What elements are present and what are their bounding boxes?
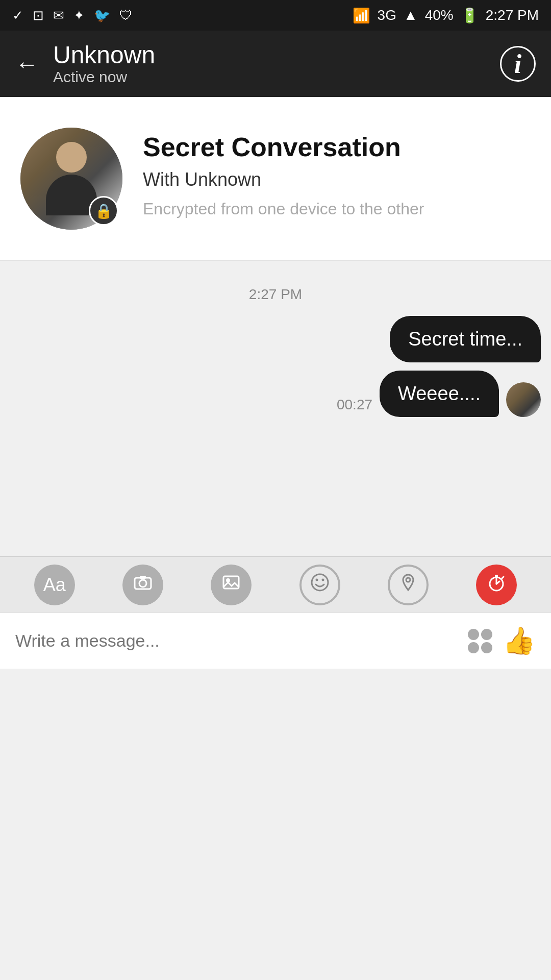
twitter-icon: 🐦 xyxy=(94,8,110,23)
info-button[interactable]: i xyxy=(500,46,536,82)
secret-text-block: Secret Conversation With Unknown Encrypt… xyxy=(143,128,424,220)
status-bar-right: 📶 3G ▲ 40% 🔋 2:27 PM xyxy=(353,7,539,24)
secret-subtitle: With Unknown xyxy=(143,169,424,190)
checkmark-icon: ✓ xyxy=(12,8,23,23)
svg-point-1 xyxy=(139,580,146,587)
message-time: 00:27 xyxy=(337,397,372,417)
emoji-icon xyxy=(310,572,330,597)
contact-status: Active now xyxy=(53,68,155,86)
messages-list: Secret time... 00:27 Weeee.... xyxy=(10,316,541,417)
svg-point-8 xyxy=(406,578,410,582)
message-input[interactable] xyxy=(15,631,458,651)
wifi-icon: 📶 xyxy=(353,7,370,24)
svg-rect-10 xyxy=(495,575,498,577)
keyboard-button[interactable]: Aa xyxy=(34,565,75,605)
image-button[interactable] xyxy=(211,565,252,605)
small-avatar xyxy=(506,382,541,417)
svg-point-5 xyxy=(312,574,328,591)
top-bar-left: ← Unknown Active now xyxy=(15,42,155,86)
keyboard-label: Aa xyxy=(43,574,66,596)
contact-name: Unknown xyxy=(53,42,155,69)
timer-button[interactable] xyxy=(476,565,517,605)
lock-icon: 🔒 xyxy=(95,203,113,219)
shield-icon: 🛡 xyxy=(119,8,133,23)
camera-button[interactable] xyxy=(122,565,163,605)
emoji-grid-button[interactable] xyxy=(468,629,492,653)
secret-desc: Encrypted from one device to the other xyxy=(143,198,424,220)
message-bubble-outgoing-2: Weeee.... xyxy=(380,371,499,417)
toolbar: Aa xyxy=(0,556,551,612)
avatar-person xyxy=(46,142,97,215)
bottom-input-row: 👍 xyxy=(0,612,551,669)
back-button[interactable]: ← xyxy=(15,50,39,78)
status-bar: ✓ ⊡ ✉ ✦ 🐦 🛡 📶 3G ▲ 40% 🔋 2:27 PM xyxy=(0,0,551,31)
svg-point-7 xyxy=(321,579,324,581)
image-icon xyxy=(221,573,241,597)
location-button[interactable] xyxy=(388,565,429,605)
table-row: 00:27 Weeee.... xyxy=(10,371,541,417)
camera-icon xyxy=(133,573,153,597)
svg-line-13 xyxy=(502,577,504,578)
svg-point-6 xyxy=(315,579,318,581)
contact-info: Unknown Active now xyxy=(53,42,155,86)
lock-badge: 🔒 xyxy=(89,196,118,226)
table-row: Secret time... xyxy=(10,316,541,362)
battery-percent: 40% xyxy=(425,7,454,23)
secret-info-card: 🔒 Secret Conversation With Unknown Encry… xyxy=(0,97,551,261)
signal-icon: ▲ xyxy=(404,7,418,23)
svg-rect-3 xyxy=(223,576,239,589)
battery-icon: 🔋 xyxy=(461,7,479,24)
avatar-head xyxy=(56,142,87,173)
screen-icon: ⊡ xyxy=(33,8,44,23)
secret-title: Secret Conversation xyxy=(143,133,424,162)
emoji-dot-1 xyxy=(468,629,479,640)
thumbs-up-button[interactable]: 👍 xyxy=(503,625,536,656)
mail-icon: ✉ xyxy=(53,8,64,23)
avatar-container: 🔒 xyxy=(20,128,122,230)
emoji-dot-4 xyxy=(481,642,492,653)
network-type: 3G xyxy=(378,7,396,23)
sparkle-icon: ✦ xyxy=(73,8,85,23)
top-bar: ← Unknown Active now i xyxy=(0,31,551,97)
messages-area: 2:27 PM Secret time... 00:27 Weeee.... xyxy=(0,261,551,556)
message-bubble-outgoing-1: Secret time... xyxy=(390,316,541,362)
emoji-dot-3 xyxy=(468,642,479,653)
svg-rect-2 xyxy=(140,576,146,579)
timer-icon xyxy=(487,573,506,597)
small-avatar-inner xyxy=(506,382,541,417)
clock: 2:27 PM xyxy=(486,7,539,23)
status-bar-left: ✓ ⊡ ✉ ✦ 🐦 🛡 xyxy=(12,8,133,23)
message-timestamp: 2:27 PM xyxy=(10,286,541,303)
emoji-button[interactable] xyxy=(299,565,340,605)
location-icon xyxy=(398,573,418,597)
chat-area: 🔒 Secret Conversation With Unknown Encry… xyxy=(0,97,551,556)
emoji-dot-2 xyxy=(481,629,492,640)
